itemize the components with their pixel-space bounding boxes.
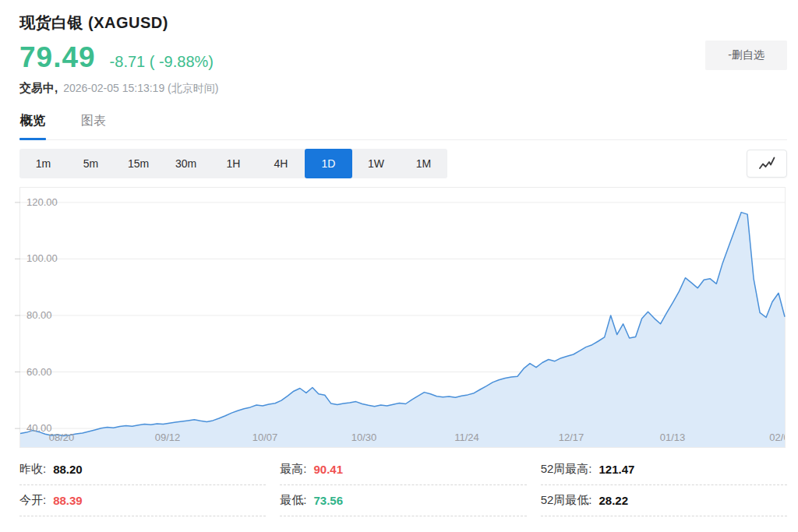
chart-style-button[interactable] bbox=[747, 150, 787, 178]
stat-label: 最高: bbox=[280, 462, 306, 477]
price-row: 79.49 -8.71 ( -9.88%) bbox=[19, 41, 787, 74]
y-axis-label: 40.00 bbox=[26, 422, 52, 434]
stat-value: 121.47 bbox=[599, 463, 635, 476]
stat-value: 90.41 bbox=[314, 463, 344, 476]
stat-value: 88.39 bbox=[53, 494, 83, 507]
timeframe-button-15m[interactable]: 15m bbox=[115, 149, 162, 178]
stat-label: 52周最低: bbox=[541, 493, 592, 508]
stat-label: 昨收: bbox=[19, 462, 46, 477]
timeframe-button-1H[interactable]: 1H bbox=[210, 149, 257, 178]
stat-52w-high: 52周最高:121.47 bbox=[541, 454, 787, 485]
axis-labels: 120.00100.0080.0060.0040.0008/2009/1210/… bbox=[20, 188, 785, 447]
x-axis-label: 12/17 bbox=[559, 432, 584, 443]
trading-status: 交易中, bbox=[19, 81, 58, 96]
y-axis-label: 120.00 bbox=[26, 196, 58, 208]
stat-52w-low: 52周最低:28.22 bbox=[541, 485, 787, 516]
quote-page: 现货白银 (XAGUSD) -删自选 79.49 -8.71 ( -9.88%)… bbox=[0, 0, 798, 532]
tab-bar: 概览 图表 bbox=[19, 111, 787, 140]
stat-open: 今开:88.39 bbox=[19, 485, 266, 516]
x-axis-label: 10/07 bbox=[252, 432, 278, 443]
quote-timestamp: 2026-02-05 15:13:19 (北京时间) bbox=[63, 82, 218, 96]
stat-label: 今开: bbox=[19, 493, 46, 508]
timeframe-button-1D[interactable]: 1D bbox=[305, 149, 352, 178]
tab-chart[interactable]: 图表 bbox=[80, 111, 107, 139]
chart-toolbar: 1m5m15m30m1H4H1D1W1M bbox=[19, 149, 787, 178]
x-axis-label: 09/12 bbox=[155, 432, 181, 443]
remove-watchlist-button[interactable]: -删自选 bbox=[705, 41, 787, 70]
page-title: 现货白银 (XAGUSD) bbox=[19, 12, 787, 33]
stat-label: 最低: bbox=[280, 493, 306, 508]
price-change: -8.71 ( -9.88%) bbox=[110, 53, 214, 71]
status-row: 交易中, 2026-02-05 15:13:19 (北京时间) bbox=[19, 81, 787, 96]
x-axis-label: 10/30 bbox=[351, 432, 377, 443]
stat-high: 最高:90.41 bbox=[280, 454, 526, 485]
x-axis-label: 11/24 bbox=[454, 432, 479, 443]
stat-value: 28.22 bbox=[599, 494, 629, 507]
x-axis-label: 02/0 bbox=[769, 432, 785, 443]
stat-label: 52周最高: bbox=[541, 462, 592, 477]
timeframe-button-5m[interactable]: 5m bbox=[67, 149, 115, 178]
stat-value: 88.20 bbox=[53, 463, 83, 476]
y-axis-label: 80.00 bbox=[26, 309, 52, 321]
x-axis-label: 01/13 bbox=[660, 432, 686, 443]
stat-low: 最低:73.56 bbox=[280, 485, 526, 516]
price-chart[interactable]: 120.00100.0080.0060.0040.0008/2009/1210/… bbox=[19, 187, 786, 448]
timeframe-button-30m[interactable]: 30m bbox=[162, 149, 210, 178]
stat-value: 73.56 bbox=[314, 494, 344, 507]
timeframe-button-1m[interactable]: 1m bbox=[19, 149, 67, 178]
stat-prev-close: 昨收:88.20 bbox=[19, 454, 266, 485]
tab-overview[interactable]: 概览 bbox=[19, 111, 46, 139]
timeframe-bar: 1m5m15m30m1H4H1D1W1M bbox=[19, 149, 447, 178]
timeframe-button-1W[interactable]: 1W bbox=[352, 149, 400, 178]
stats-grid: 昨收:88.20最高:90.4152周最高:121.47今开:88.39最低:7… bbox=[19, 454, 787, 516]
x-axis-label: 08/20 bbox=[49, 432, 75, 443]
y-axis-label: 60.00 bbox=[26, 366, 52, 378]
current-price: 79.49 bbox=[19, 41, 96, 74]
timeframe-button-1M[interactable]: 1M bbox=[400, 149, 447, 178]
y-axis-label: 100.00 bbox=[26, 252, 58, 264]
timeframe-button-4H[interactable]: 4H bbox=[257, 149, 305, 178]
line-chart-icon bbox=[757, 155, 776, 172]
